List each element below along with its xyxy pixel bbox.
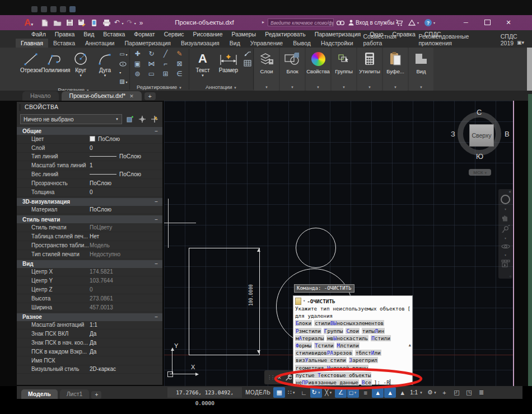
annotate-button-размер[interactable]: Размер bbox=[216, 49, 241, 73]
property-row[interactable]: Таблица стилей печ...Нет bbox=[17, 232, 162, 241]
chevron-down-icon[interactable]: ▼ bbox=[394, 84, 397, 91]
viewcube-south[interactable]: Ю bbox=[476, 152, 483, 161]
explode-button[interactable]: ⊠ bbox=[176, 60, 182, 68]
a360-button[interactable]: ▾ bbox=[408, 18, 419, 27]
property-row[interactable]: МатериалПоСлою bbox=[17, 206, 162, 215]
mirror-button[interactable]: ⋈ bbox=[148, 60, 155, 68]
command-option-chip[interactable]: визУальные стили bbox=[295, 357, 347, 363]
pan-hand-icon[interactable] bbox=[501, 214, 510, 222]
workspace-gear-button[interactable]: ⚙▼ bbox=[426, 387, 438, 398]
property-row[interactable]: Тип линийПоСлою bbox=[17, 153, 162, 162]
menu-item-файл[interactable]: Файл bbox=[27, 30, 50, 39]
property-value[interactable]: 174.5821 bbox=[90, 269, 162, 275]
isodraft-toggle[interactable]: ∠ bbox=[335, 387, 347, 398]
new-layout-button[interactable]: + bbox=[91, 391, 101, 399]
annotation-scale-selector[interactable]: 1:1 ▼ bbox=[408, 387, 423, 398]
draw-button-дуга[interactable]: Дуга▼ bbox=[93, 49, 117, 77]
property-value[interactable]: Модель bbox=[90, 242, 162, 248]
ortho-toggle[interactable]: ∟ bbox=[298, 387, 310, 398]
copy-button[interactable]: ▣ bbox=[134, 60, 141, 68]
command-option-chip[interactable]: Формы bbox=[295, 342, 312, 349]
collapse-icon[interactable]: − bbox=[155, 128, 158, 134]
ribbon-panel-[interactable]: Группы▼ bbox=[332, 48, 356, 91]
property-row[interactable]: Ширина457.0013 bbox=[17, 303, 162, 312]
close-icon[interactable]: ✕ bbox=[277, 375, 282, 380]
crosshair-button[interactable]: + bbox=[438, 387, 450, 398]
property-value[interactable]: 1:1 bbox=[90, 322, 162, 328]
close-tab-icon[interactable]: ✕ bbox=[129, 93, 134, 99]
ribbon-tab-вывод[interactable]: Вывод bbox=[288, 39, 316, 48]
command-option-chip[interactable]: мвЫноскастиль bbox=[326, 335, 368, 341]
navigation-bar[interactable]: ✕ ▾ ▾ ▾ ○ bbox=[498, 189, 512, 279]
scale-button[interactable]: ▭ bbox=[148, 70, 155, 78]
menu-item-редактировать[interactable]: Редактировать bbox=[260, 30, 310, 39]
collapse-icon[interactable]: − bbox=[155, 261, 158, 267]
table-button[interactable] bbox=[244, 60, 251, 68]
property-value[interactable]: Да bbox=[90, 331, 162, 337]
quick-select-button[interactable] bbox=[150, 115, 159, 124]
property-value[interactable]: Да bbox=[90, 349, 162, 355]
property-row[interactable]: ПСК в каждом Вэкр...Да bbox=[17, 347, 162, 356]
ribbon-panel-[interactable]: Буфе...▼ bbox=[383, 48, 408, 91]
command-option-chip[interactable]: Рзмстили bbox=[295, 328, 321, 334]
command-option-chip[interactable]: Зарегприл bbox=[349, 357, 378, 363]
menu-item-формат[interactable]: Формат bbox=[129, 30, 159, 39]
scroll-up-icon[interactable]: ▲ bbox=[409, 343, 411, 347]
section-header[interactable]: 3D-визуализация− bbox=[17, 198, 162, 206]
property-row[interactable]: Визуальный стиль2D-каркас bbox=[17, 365, 162, 374]
property-row[interactable]: Пространство табли...Модель bbox=[17, 241, 162, 250]
grid-toggle[interactable]: ▦ bbox=[273, 387, 285, 398]
property-value[interactable]: 103.7644 bbox=[90, 277, 162, 284]
ribbon-tab-совместная работа[interactable]: Совместная работа bbox=[358, 32, 414, 48]
polar-tracking-toggle[interactable]: ↻▼ bbox=[310, 387, 322, 398]
draw-button-круг[interactable]: Круг▼ bbox=[68, 49, 92, 77]
ribbon-tab-аннотации[interactable]: Аннотации bbox=[80, 39, 120, 48]
property-value[interactable]: 0 bbox=[90, 145, 162, 151]
new-file-button[interactable] bbox=[40, 18, 49, 27]
move-button[interactable]: ✚ bbox=[134, 50, 140, 58]
rectangle-button[interactable]: ▭ ▾ bbox=[119, 50, 129, 59]
ellipse-button[interactable]: ▾ bbox=[119, 60, 129, 77]
orbit-icon[interactable] bbox=[501, 243, 510, 250]
ribbon-display-toggle[interactable]: ▣▾ bbox=[517, 40, 524, 45]
property-row[interactable]: Толщина0 bbox=[17, 188, 162, 197]
search-history-icon[interactable]: ▸ bbox=[262, 20, 264, 25]
ribbon-tab-надстройки[interactable]: Надстройки bbox=[316, 39, 358, 48]
layout-tab-лист1[interactable]: Лист1 bbox=[60, 389, 90, 399]
palette-grip[interactable] bbox=[19, 104, 21, 111]
ribbon-panel-[interactable]: Блок▼ bbox=[280, 48, 305, 91]
plot-button[interactable] bbox=[90, 18, 99, 27]
command-input-text[interactable]: ]: -R bbox=[374, 379, 390, 385]
ribbon-tab-управление[interactable]: Управление bbox=[245, 39, 288, 48]
clean-screen-button[interactable]: ◳ bbox=[463, 387, 475, 398]
app-store-button[interactable] bbox=[395, 18, 403, 27]
chevron-down-icon[interactable]: ▼ bbox=[291, 84, 294, 91]
section-header[interactable]: Вид− bbox=[17, 260, 162, 268]
close-button[interactable]: ✕ bbox=[497, 15, 520, 30]
property-value[interactable]: Нет bbox=[90, 233, 162, 239]
property-row[interactable]: Знак ПСК ВКЛДа bbox=[17, 330, 162, 338]
zoom-icon[interactable] bbox=[501, 225, 510, 233]
viewcube-face-top[interactable]: Сверху bbox=[469, 124, 494, 147]
undo-button[interactable]: ↶ ▾ bbox=[114, 18, 123, 28]
wcs-button[interactable]: МСК▾ bbox=[469, 169, 491, 176]
draw-button-полилиния[interactable]: Полилиния bbox=[43, 49, 68, 73]
chevron-down-icon[interactable]: ▼ bbox=[265, 84, 268, 91]
offset-button[interactable]: ⊚ bbox=[134, 70, 140, 78]
menu-item-параметризация[interactable]: Параметризация bbox=[310, 30, 366, 39]
chevron-down-icon[interactable]: ▼ bbox=[342, 84, 346, 91]
property-value[interactable]: ПоСлою bbox=[90, 180, 162, 186]
command-option-chip[interactable]: стиливидовРАзрезов bbox=[295, 350, 353, 356]
menu-item-размеры[interactable]: Размеры bbox=[227, 30, 261, 39]
join-button[interactable]: ∈ bbox=[176, 70, 182, 78]
property-value[interactable]: 1 bbox=[90, 162, 162, 168]
property-row[interactable]: Слой0 bbox=[17, 144, 162, 153]
chevron-down-icon[interactable]: ▾ bbox=[303, 299, 305, 303]
save-button[interactable] bbox=[65, 18, 74, 27]
property-row[interactable]: Стиль печатиПоЦвету bbox=[17, 223, 162, 232]
property-value[interactable]: ПоСлою bbox=[90, 153, 162, 159]
property-value[interactable]: ПоСлою bbox=[90, 206, 162, 213]
command-option-chip[interactable]: пустые Текстовые объекты bbox=[295, 372, 371, 378]
property-row[interactable]: Центр Y103.7644 bbox=[17, 276, 162, 285]
command-option-chip[interactable]: мАтериалы bbox=[295, 335, 324, 341]
